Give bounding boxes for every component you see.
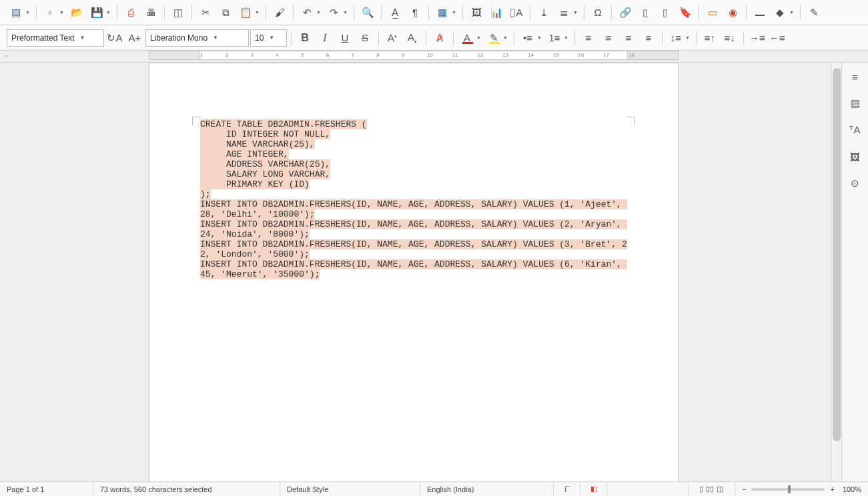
highlight-color-button[interactable]: ✎▼ <box>484 29 503 47</box>
status-selection-mode[interactable]: ◧ <box>580 482 607 496</box>
undo-button[interactable]: ↶▼ <box>298 3 316 22</box>
zoom-value[interactable]: 100% <box>843 485 861 493</box>
status-language[interactable]: English (India) <box>420 482 554 496</box>
insert-hyperlink-button[interactable]: 🔗 <box>616 3 634 22</box>
sidebar-navigator-button[interactable]: ⊙ <box>845 173 865 193</box>
align-center-button[interactable]: ≡ <box>599 29 618 47</box>
paragraph-style-combo[interactable]: Preformatted Text ▼ <box>7 29 104 47</box>
clear-formatting-button[interactable]: A̷ <box>430 29 449 47</box>
spellcheck-button[interactable]: A̲ <box>386 3 404 22</box>
status-view-layout[interactable]: ▯ ▯▯ ◫ <box>689 482 735 496</box>
navigator-icon: ⊙ <box>851 177 859 189</box>
show-draw-functions-button[interactable]: ✎ <box>805 3 823 22</box>
workspace: CREATE TABLE DB2ADMIN.FRESHERS ( ID INTE… <box>0 63 868 481</box>
save-button[interactable]: 💾▼ <box>87 3 106 22</box>
zoom-slider[interactable] <box>751 488 825 491</box>
zoom-out-button[interactable]: − <box>742 485 746 493</box>
insert-line-button[interactable] <box>751 3 769 22</box>
status-word-count[interactable]: 73 words, 560 characters selected <box>93 482 280 496</box>
new-style-button[interactable]: A+ <box>125 29 144 47</box>
new-button[interactable]: ▫▼ <box>41 3 59 22</box>
zoom-slider-knob[interactable] <box>788 485 791 493</box>
separator <box>428 5 429 20</box>
ruler-right-margin[interactable] <box>627 51 678 59</box>
insert-field-button[interactable]: ≣▼ <box>554 3 573 22</box>
separator <box>530 5 530 20</box>
increase-indent-button[interactable]: →≡ <box>748 29 767 47</box>
single-page-icon[interactable]: ▯ <box>699 485 703 493</box>
status-insert-mode[interactable]: I‾ <box>554 482 580 496</box>
book-view-icon[interactable]: ◫ <box>717 485 723 493</box>
line-spacing-button[interactable]: ↕≡▼ <box>667 29 685 47</box>
basic-shapes-button[interactable]: ◆▼ <box>771 3 789 22</box>
bold-button[interactable]: B <box>296 29 314 47</box>
formatting-marks-button[interactable]: ¶ <box>406 3 424 22</box>
paste-button[interactable]: 📋▼ <box>236 3 255 22</box>
decrease-para-spacing-button[interactable]: ≡↓ <box>721 29 739 47</box>
decrease-indent-button[interactable]: ←≡ <box>768 29 787 47</box>
insert-endnote-button[interactable]: ▯ <box>656 3 675 22</box>
print-preview-button[interactable]: ◫ <box>169 3 187 22</box>
font-size-combo[interactable]: 10 ▼ <box>250 29 287 47</box>
vertical-scrollbar[interactable] <box>831 63 841 481</box>
ruler-left-margin[interactable] <box>149 51 200 59</box>
align-right-button[interactable]: ≡ <box>619 29 638 47</box>
insert-table-button[interactable]: ▦▼ <box>433 3 452 22</box>
find-replace-button[interactable]: 🔍 <box>358 3 377 22</box>
insert-page-break-button[interactable]: ⤓ <box>534 3 553 22</box>
open-button[interactable]: 📂 <box>67 3 86 22</box>
insert-special-char-button[interactable]: Ω <box>588 3 607 22</box>
selected-text[interactable]: CREATE TABLE DB2ADMIN.FRESHERS ( ID INTE… <box>200 119 627 279</box>
font-color-button[interactable]: A▼ <box>458 29 476 47</box>
status-signature[interactable] <box>607 482 689 496</box>
subscript-button[interactable]: A▾ <box>403 29 422 47</box>
page-break-icon: ⤓ <box>540 7 548 19</box>
cut-button[interactable]: ✂ <box>196 3 215 22</box>
track-changes-button[interactable]: ◉ <box>723 3 742 22</box>
document-area[interactable]: CREATE TABLE DB2ADMIN.FRESHERS ( ID INTE… <box>0 63 831 481</box>
preview-icon: ◫ <box>173 7 183 19</box>
text-content[interactable]: CREATE TABLE DB2ADMIN.FRESHERS ( ID INTE… <box>200 119 628 279</box>
font-name-combo[interactable]: Liberation Mono ▼ <box>145 29 249 47</box>
scrollbar-thumb[interactable] <box>833 68 841 441</box>
status-page-style[interactable]: Default Style <box>280 482 420 496</box>
sidebar-gallery-button[interactable]: 🖼 <box>845 147 865 167</box>
insert-chart-button[interactable]: 📊 <box>487 3 506 22</box>
insert-image-button[interactable]: 🖼 <box>467 3 486 22</box>
insert-footnote-button[interactable]: ▯ <box>636 3 655 22</box>
zoom-in-button[interactable]: + <box>830 485 834 493</box>
align-justify-button[interactable]: ≡ <box>639 29 658 47</box>
align-left-button[interactable]: ≡ <box>579 29 598 47</box>
print-button[interactable]: 🖶 <box>141 3 160 22</box>
export-pdf-button[interactable]: ⎙ <box>121 3 140 22</box>
superscript-button[interactable]: A▴ <box>383 29 402 47</box>
horizontal-ruler[interactable]: 123456789101112131415161718 <box>149 51 679 60</box>
sidebar-properties-button[interactable]: ▤ <box>845 93 865 113</box>
insert-textbox-button[interactable]: ⌷A <box>507 3 526 22</box>
italic-button[interactable]: I <box>316 29 334 47</box>
chevron-down-icon: ▼ <box>213 35 218 41</box>
align-right-icon: ≡ <box>626 32 632 43</box>
strikethrough-button[interactable]: S <box>356 29 374 47</box>
multi-page-icon[interactable]: ▯▯ <box>706 485 714 493</box>
ruler-tick: 2 <box>226 52 228 58</box>
status-page[interactable]: Page 1 of 1 <box>0 482 93 496</box>
sidebar-toggle-button[interactable]: ▤▼ <box>7 3 25 22</box>
insert-comment-button[interactable]: ▭ <box>703 3 722 22</box>
separator <box>514 31 514 45</box>
sidebar-styles-button[interactable]: ᵀA <box>845 120 865 140</box>
update-style-button[interactable]: ↻A <box>105 29 124 47</box>
page[interactable]: CREATE TABLE DB2ADMIN.FRESHERS ( ID INTE… <box>149 63 679 481</box>
paragraph-style-value: Preformatted Text <box>11 33 75 43</box>
clone-formatting-button[interactable]: 🖌 <box>270 3 289 22</box>
numbered-list-button[interactable]: 1≡▼ <box>545 29 564 47</box>
sidebar-settings-button[interactable]: ≡ <box>845 67 865 87</box>
undo-icon: ↶ <box>303 7 312 19</box>
redo-button[interactable]: ↷▼ <box>324 3 343 22</box>
copy-button[interactable]: ⧉ <box>216 3 235 22</box>
insert-bookmark-button[interactable]: 🔖 <box>676 3 695 22</box>
underline-button[interactable]: U <box>336 29 354 47</box>
comment-icon: ▭ <box>708 7 717 19</box>
bullet-list-button[interactable]: •≡▼ <box>518 29 537 47</box>
increase-para-spacing-button[interactable]: ≡↑ <box>701 29 719 47</box>
